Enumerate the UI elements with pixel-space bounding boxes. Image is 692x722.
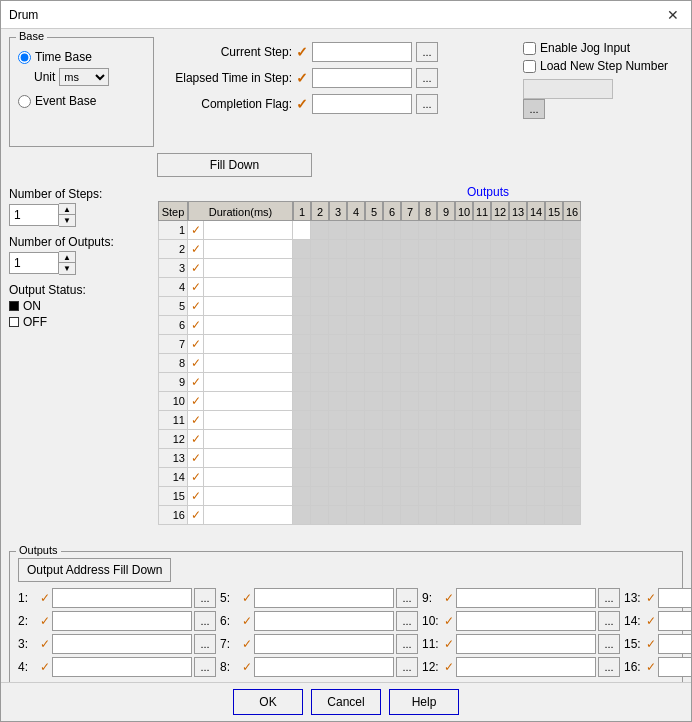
output-cell-16-13[interactable]	[509, 506, 527, 525]
output-dots-11[interactable]: ...	[598, 634, 620, 654]
output-cell-1-13[interactable]	[509, 221, 527, 240]
output-cell-7-4[interactable]	[347, 335, 365, 354]
output-cell-8-5[interactable]	[365, 354, 383, 373]
output-cell-4-15[interactable]	[545, 278, 563, 297]
output-cell-11-8[interactable]	[419, 411, 437, 430]
output-cell-11-9[interactable]	[437, 411, 455, 430]
output-cell-1-4[interactable]	[347, 221, 365, 240]
duration-cell-15[interactable]	[204, 487, 293, 506]
output-input-15[interactable]	[658, 634, 691, 654]
output-cell-12-13[interactable]	[509, 430, 527, 449]
output-cell-7-8[interactable]	[419, 335, 437, 354]
output-cell-5-2[interactable]	[311, 297, 329, 316]
output-cell-15-16[interactable]	[563, 487, 581, 506]
duration-cell-8[interactable]	[204, 354, 293, 373]
output-cell-5-1[interactable]	[293, 297, 311, 316]
output-cell-9-6[interactable]	[383, 373, 401, 392]
output-cell-14-14[interactable]	[527, 468, 545, 487]
output-cell-10-8[interactable]	[419, 392, 437, 411]
output-cell-8-11[interactable]	[473, 354, 491, 373]
output-cell-3-6[interactable]	[383, 259, 401, 278]
output-input-5[interactable]	[254, 588, 394, 608]
duration-cell-9[interactable]	[204, 373, 293, 392]
output-cell-1-11[interactable]	[473, 221, 491, 240]
output-cell-1-1[interactable]	[293, 221, 311, 240]
time-base-radio[interactable]	[18, 51, 31, 64]
output-cell-13-1[interactable]	[293, 449, 311, 468]
output-cell-11-10[interactable]	[455, 411, 473, 430]
duration-cell-6[interactable]	[204, 316, 293, 335]
output-cell-10-10[interactable]	[455, 392, 473, 411]
output-cell-5-7[interactable]	[401, 297, 419, 316]
output-cell-9-5[interactable]	[365, 373, 383, 392]
output-cell-10-5[interactable]	[365, 392, 383, 411]
output-cell-2-7[interactable]	[401, 240, 419, 259]
output-cell-1-6[interactable]	[383, 221, 401, 240]
output-cell-2-14[interactable]	[527, 240, 545, 259]
cancel-button[interactable]: Cancel	[311, 689, 381, 715]
output-cell-8-10[interactable]	[455, 354, 473, 373]
output-cell-5-4[interactable]	[347, 297, 365, 316]
output-address-fill-down-button[interactable]: Output Address Fill Down	[18, 558, 171, 582]
output-cell-4-14[interactable]	[527, 278, 545, 297]
output-cell-5-11[interactable]	[473, 297, 491, 316]
output-cell-14-4[interactable]	[347, 468, 365, 487]
output-cell-3-4[interactable]	[347, 259, 365, 278]
output-cell-9-12[interactable]	[491, 373, 509, 392]
output-cell-7-3[interactable]	[329, 335, 347, 354]
output-cell-8-13[interactable]	[509, 354, 527, 373]
output-cell-12-10[interactable]	[455, 430, 473, 449]
output-input-11[interactable]	[456, 634, 596, 654]
output-cell-11-15[interactable]	[545, 411, 563, 430]
output-cell-4-8[interactable]	[419, 278, 437, 297]
output-cell-9-14[interactable]	[527, 373, 545, 392]
duration-cell-7[interactable]	[204, 335, 293, 354]
output-cell-3-11[interactable]	[473, 259, 491, 278]
output-cell-12-5[interactable]	[365, 430, 383, 449]
output-cell-9-9[interactable]	[437, 373, 455, 392]
output-cell-6-12[interactable]	[491, 316, 509, 335]
output-cell-10-14[interactable]	[527, 392, 545, 411]
steps-input[interactable]	[9, 204, 59, 226]
output-cell-3-7[interactable]	[401, 259, 419, 278]
steps-down-button[interactable]: ▼	[59, 215, 75, 226]
output-cell-1-16[interactable]	[563, 221, 581, 240]
output-cell-11-14[interactable]	[527, 411, 545, 430]
unit-select[interactable]: ms s min	[59, 68, 109, 86]
output-cell-8-2[interactable]	[311, 354, 329, 373]
output-cell-5-10[interactable]	[455, 297, 473, 316]
duration-cell-13[interactable]	[204, 449, 293, 468]
elapsed-time-input[interactable]	[312, 68, 412, 88]
output-cell-16-14[interactable]	[527, 506, 545, 525]
output-cell-12-3[interactable]	[329, 430, 347, 449]
output-cell-1-10[interactable]	[455, 221, 473, 240]
output-cell-15-13[interactable]	[509, 487, 527, 506]
output-cell-2-12[interactable]	[491, 240, 509, 259]
output-cell-10-15[interactable]	[545, 392, 563, 411]
output-dots-6[interactable]: ...	[396, 611, 418, 631]
output-cell-11-2[interactable]	[311, 411, 329, 430]
output-cell-8-1[interactable]	[293, 354, 311, 373]
output-cell-6-15[interactable]	[545, 316, 563, 335]
output-cell-12-15[interactable]	[545, 430, 563, 449]
output-cell-1-2[interactable]	[311, 221, 329, 240]
output-cell-7-15[interactable]	[545, 335, 563, 354]
output-cell-6-1[interactable]	[293, 316, 311, 335]
duration-cell-14[interactable]	[204, 468, 293, 487]
output-cell-3-15[interactable]	[545, 259, 563, 278]
output-cell-9-16[interactable]	[563, 373, 581, 392]
duration-cell-4[interactable]	[204, 278, 293, 297]
output-cell-4-5[interactable]	[365, 278, 383, 297]
output-cell-2-3[interactable]	[329, 240, 347, 259]
output-cell-3-5[interactable]	[365, 259, 383, 278]
output-cell-8-8[interactable]	[419, 354, 437, 373]
output-cell-8-12[interactable]	[491, 354, 509, 373]
duration-cell-2[interactable]	[204, 240, 293, 259]
output-cell-9-1[interactable]	[293, 373, 311, 392]
output-cell-12-9[interactable]	[437, 430, 455, 449]
output-cell-14-5[interactable]	[365, 468, 383, 487]
output-cell-9-3[interactable]	[329, 373, 347, 392]
output-cell-2-9[interactable]	[437, 240, 455, 259]
output-cell-4-1[interactable]	[293, 278, 311, 297]
output-cell-12-14[interactable]	[527, 430, 545, 449]
